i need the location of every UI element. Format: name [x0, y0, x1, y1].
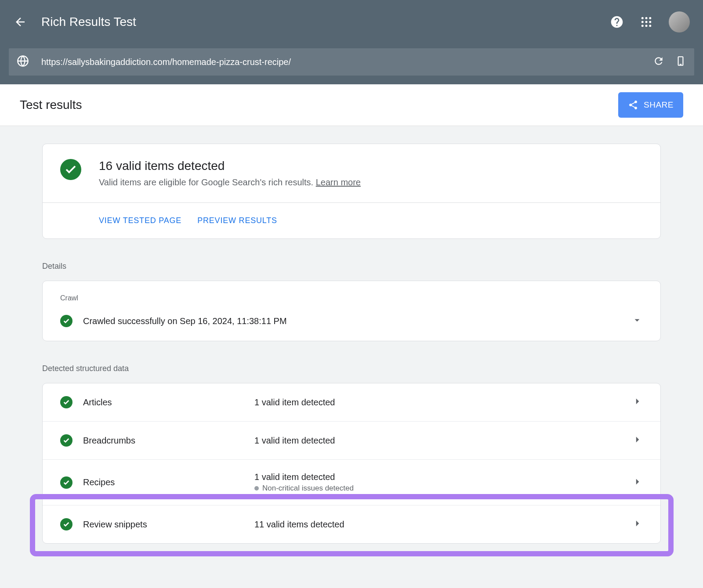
learn-more-link[interactable]: Learn more: [316, 177, 361, 187]
check-icon: [63, 317, 70, 325]
row-success-icon: [60, 476, 72, 489]
row-status: 11 valid items detected: [254, 519, 631, 530]
svg-point-2: [649, 17, 651, 19]
check-icon: [63, 479, 70, 486]
apps-button[interactable]: [640, 15, 653, 29]
help-button[interactable]: [610, 15, 624, 29]
check-icon: [63, 521, 70, 528]
crawl-label: Crawl: [60, 294, 643, 302]
structured-row-recipes[interactable]: Recipes 1 valid item detected Non-critic…: [43, 460, 660, 505]
row-name: Review snippets: [83, 519, 254, 530]
share-icon: [628, 100, 638, 110]
svg-point-8: [649, 25, 651, 27]
chevron-down-icon: [631, 314, 643, 326]
test-results-title: Test results: [20, 98, 618, 112]
chevron-right-icon: [631, 434, 643, 447]
smartphone-icon: [675, 55, 686, 67]
preview-results-button[interactable]: PREVIEW RESULTS: [197, 216, 277, 225]
svg-point-3: [641, 21, 644, 23]
chevron-right-icon: [631, 518, 643, 531]
share-label: SHARE: [644, 100, 674, 110]
success-check-icon: [60, 159, 81, 180]
url-text: https://sallysbakingaddiction.com/homema…: [41, 57, 642, 67]
structured-row-articles[interactable]: Articles 1 valid item detected: [43, 383, 660, 422]
header-icons: [610, 11, 690, 32]
content-area: 16 valid items detected Valid items are …: [0, 126, 703, 544]
row-success-icon: [60, 396, 72, 408]
svg-point-4: [645, 21, 648, 23]
url-bar[interactable]: https://sallysbakingaddiction.com/homema…: [9, 48, 694, 76]
globe-icon: [17, 55, 29, 69]
help-icon: [610, 15, 624, 29]
summary-subtitle: Valid items are eligible for Google Sear…: [99, 177, 643, 188]
row-name: Breadcrumbs: [83, 436, 254, 446]
summary-top: 16 valid items detected Valid items are …: [43, 144, 660, 202]
row-success-icon: [60, 434, 72, 447]
view-tested-page-button[interactable]: VIEW TESTED PAGE: [99, 216, 181, 225]
row-status: 1 valid item detected: [254, 436, 631, 446]
crawl-success-icon: [60, 315, 72, 327]
device-button[interactable]: [675, 55, 686, 69]
check-icon: [63, 399, 70, 406]
svg-point-1: [645, 17, 648, 19]
summary-actions: VIEW TESTED PAGE PREVIEW RESULTS: [43, 202, 660, 238]
arrow-back-icon: [14, 15, 27, 29]
summary-heading: 16 valid items detected: [99, 159, 643, 173]
svg-point-7: [645, 25, 648, 27]
svg-point-6: [641, 25, 644, 27]
crawl-text: Crawled successfully on Sep 16, 2024, 11…: [83, 316, 621, 326]
url-bar-container: https://sallysbakingaddiction.com/homema…: [0, 44, 703, 84]
check-icon: [64, 163, 77, 176]
row-status: 1 valid item detected: [254, 472, 631, 482]
summary-card: 16 valid items detected Valid items are …: [42, 144, 661, 239]
crawl-row[interactable]: Crawled successfully on Sep 16, 2024, 11…: [60, 314, 643, 328]
structured-data-card: Articles 1 valid item detected Breadcrum…: [42, 383, 661, 544]
grey-dot-icon: [254, 486, 259, 491]
header-bar: Rich Results Test: [0, 0, 703, 44]
row-name: Recipes: [83, 477, 254, 487]
check-icon: [63, 437, 70, 444]
row-status: 1 valid item detected: [254, 397, 631, 408]
share-button[interactable]: SHARE: [618, 92, 683, 118]
reload-icon: [653, 55, 664, 67]
svg-point-0: [641, 17, 644, 19]
details-section-label: Details: [42, 262, 661, 271]
back-button[interactable]: [13, 15, 27, 29]
test-results-bar: Test results SHARE: [0, 84, 703, 126]
svg-point-5: [649, 21, 651, 23]
expand-crawl-button[interactable]: [631, 314, 643, 328]
row-name: Articles: [83, 397, 254, 408]
chevron-right-icon: [631, 476, 643, 489]
chevron-right-icon: [631, 396, 643, 409]
row-success-icon: [60, 518, 72, 530]
page-title: Rich Results Test: [41, 15, 610, 29]
structured-section-label: Detected structured data: [42, 364, 661, 373]
row-note: Non-critical issues detected: [254, 484, 631, 493]
details-card: Crawl Crawled successfully on Sep 16, 20…: [42, 281, 661, 341]
user-avatar[interactable]: [669, 11, 690, 32]
reload-button[interactable]: [653, 55, 664, 69]
structured-row-review-snippets[interactable]: Review snippets 11 valid items detected: [43, 505, 660, 543]
structured-row-breadcrumbs[interactable]: Breadcrumbs 1 valid item detected: [43, 422, 660, 460]
apps-grid-icon: [640, 15, 653, 29]
